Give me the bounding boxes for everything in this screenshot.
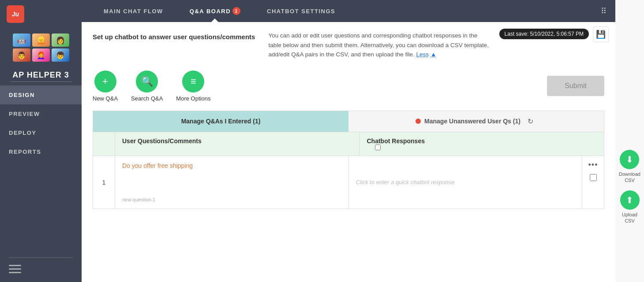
hamburger-line-1 [9,265,21,266]
new-qa-group[interactable]: + New Q&A [93,70,118,102]
avatar-6: 👦 [52,48,69,62]
topnav-qa-board[interactable]: Q&A BOARD 1 [176,0,254,22]
new-qa-button[interactable]: + [94,70,116,93]
hamburger-line-2 [9,268,21,270]
download-csv-button[interactable]: ⬇ [620,150,639,169]
sidebar-item-preview[interactable]: PREVIEW [0,104,82,123]
hamburger-divider [9,257,73,258]
th-checkbox-area [367,145,389,150]
avatar-2: 👱 [32,33,50,47]
td-more-1: ••• [582,156,604,208]
description-right-text: You can add or edit user questions and c… [268,31,489,59]
question-text-1: Do you offer free shipping [122,162,341,169]
new-qa-label: New Q&A [93,95,118,102]
more-options-group[interactable]: ≡ More Options [176,70,210,102]
th-responses: Chatbot Responses [360,132,604,156]
tab-unanswered-qs[interactable]: Manage Unanswered User Qs (1) ↻ [348,111,604,132]
sidebar: Ju 🤖 👱 👩 👨 👩‍🦰 👦 AP HELPER 3 DESIGN PREV… [0,0,82,282]
upload-csv-action[interactable]: ⬆ UploadCSV [620,190,640,224]
row-number-1: 1 [93,156,115,208]
upload-csv-label: UploadCSV [622,212,637,224]
sidebar-item-design[interactable]: DESIGN [0,85,82,104]
search-qa-button[interactable]: 🔍 [136,70,158,93]
topnav-chatbot-settings[interactable]: CHATBOT SETTINGS [254,0,348,22]
description-left-text: Set up chatbot to answer user questions/… [93,33,255,41]
topnav: MAIN CHAT FLOW Q&A BOARD 1 CHATBOT SETTI… [82,0,615,22]
avatar-1: 🤖 [13,33,30,47]
avatars-grid: 🤖 👱 👩 👨 👩‍🦰 👦 [13,33,69,62]
qa-board-badge: 1 [232,7,240,15]
more-options-button[interactable]: ≡ [182,70,204,93]
topnav-right: ⠿ [601,6,607,16]
download-csv-label: DownloadCSV [619,171,640,184]
sidebar-item-reports[interactable]: REPORTS [0,142,82,161]
hamburger-line-3 [9,272,21,273]
select-all-checkbox[interactable] [375,145,381,150]
search-qa-label: Search Q&A [131,95,163,102]
avatar-3: 👩 [52,33,69,47]
right-sidebar: ⬇ DownloadCSV ⬆ UploadCSV [615,0,644,282]
more-options-label: More Options [176,95,210,102]
last-save-badge: Last save: 5/10/2022, 5:06:57 PM [499,29,589,39]
table-row: 1 Do you offer free shipping new-questio… [93,156,604,209]
avatar-4: 👨 [13,48,30,62]
hamburger-area [0,249,82,282]
actions-row: + New Q&A 🔍 Search Q&A ≡ More Options Su… [93,70,604,102]
app-name-divider [10,82,72,82]
hamburger-menu-icon[interactable] [9,265,73,273]
table-header: User Questions/Comments Chatbot Response… [93,132,604,156]
th-questions: User Questions/Comments [115,132,360,156]
download-csv-action[interactable]: ⬇ DownloadCSV [619,150,640,184]
tab-managed-qas[interactable]: Manage Q&As I Entered (1) [93,111,348,132]
chevron-up-icon: ▲ [431,50,436,59]
less-link[interactable]: Less ▲ [416,50,436,59]
search-qa-group[interactable]: 🔍 Search Q&A [131,70,163,102]
table-tabs: Manage Q&As I Entered (1) Manage Unanswe… [93,111,604,132]
upload-csv-button[interactable]: ⬆ [620,190,640,210]
question-id-1: new-question-1 [122,197,341,202]
unanswered-dot [416,119,421,124]
save-button[interactable]: 💾 [593,26,609,42]
content-area: Last save: 5/10/2022, 5:06:57 PM 💾 Set u… [82,22,615,282]
td-question-1[interactable]: Do you offer free shipping new-question-… [115,156,349,208]
td-response-1[interactable]: Click to enter a quick chatbot response [349,156,582,208]
refresh-button[interactable]: ↻ [524,117,537,126]
topnav-main-chat-flow[interactable]: MAIN CHAT FLOW [90,0,176,22]
submit-button[interactable]: Submit [547,76,604,96]
row-checkbox-1[interactable] [590,174,597,181]
avatar-5: 👩‍🦰 [32,48,50,62]
th-row-num [93,132,115,156]
logo-icon[interactable]: Ju [7,5,24,23]
response-placeholder-1: Click to enter a quick chatbot response [356,179,455,186]
main-area: MAIN CHAT FLOW Q&A BOARD 1 CHATBOT SETTI… [82,0,615,282]
sidebar-item-deploy[interactable]: DEPLOY [0,123,82,142]
more-options-dots[interactable]: ••• [588,160,598,170]
logo-area: Ju [0,0,82,28]
app-name: AP HELPER 3 [12,70,69,80]
apps-grid-icon[interactable]: ⠿ [601,7,607,15]
